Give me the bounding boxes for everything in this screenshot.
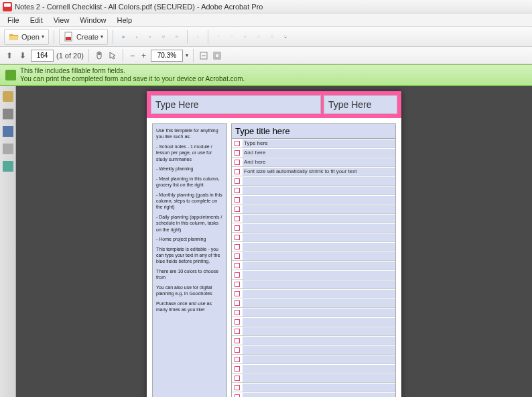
redo-icon[interactable] [226,32,237,42]
menu-edit[interactable]: Edit [25,15,48,25]
checkbox[interactable] [235,207,240,212]
zoom-out-icon[interactable]: − [128,51,137,60]
menu-help[interactable]: Help [112,15,137,25]
checkbox[interactable] [235,263,240,268]
open-button[interactable]: Open ▾ [4,29,49,45]
header-field-1[interactable]: Type Here [151,95,321,114]
checklist-text[interactable] [243,299,395,307]
thumbnails-icon[interactable] [3,109,13,119]
checklist-text[interactable] [243,215,395,223]
checklist-text[interactable] [243,280,395,288]
checkbox[interactable] [235,347,240,353]
checkbox[interactable] [235,225,240,231]
checkbox[interactable] [235,366,240,372]
checkbox[interactable] [235,235,240,240]
save-icon[interactable] [118,32,129,42]
checkbox[interactable] [235,329,240,334]
email-icon[interactable] [172,32,182,42]
checkbox[interactable] [235,319,240,325]
checkbox[interactable] [235,394,240,398]
page2-icon[interactable] [267,32,277,42]
checkbox[interactable] [235,357,240,362]
checkbox[interactable] [235,150,240,156]
signature-icon[interactable] [3,161,13,172]
checklist-text[interactable] [243,308,395,317]
hand-tool-icon[interactable] [94,50,105,61]
checklist-text[interactable] [243,393,395,398]
fit-page-icon[interactable] [212,50,222,61]
menu-window[interactable]: Window [75,15,111,25]
checklist-row [232,317,395,327]
checkbox[interactable] [235,160,240,165]
checkbox[interactable] [235,376,240,381]
page-down-icon[interactable]: ⬇ [17,51,28,60]
checklist-text[interactable] [243,318,395,326]
checkbox[interactable] [235,188,240,193]
checklist-text[interactable] [243,252,395,260]
checklist-text[interactable] [243,365,395,373]
checklist-text[interactable] [243,271,395,279]
dropdown-icon[interactable]: ▾ [186,52,188,58]
menu-file[interactable]: File [3,15,24,25]
checkbox[interactable] [235,244,240,249]
checklist-text[interactable] [243,196,395,204]
checklist-text[interactable] [243,346,395,354]
lock-icon[interactable] [3,91,13,102]
checklist-text[interactable] [243,355,395,363]
checkbox[interactable] [235,216,240,221]
page-number-input[interactable] [31,50,54,62]
checkbox[interactable] [235,310,240,315]
checkbox[interactable] [235,300,240,306]
undo-icon[interactable] [213,32,224,42]
checklist-text[interactable] [243,205,395,213]
checklist-text[interactable] [243,233,395,241]
pdf-icon[interactable] [280,32,291,42]
checklist-text[interactable]: And here [243,149,395,157]
checklist-text[interactable] [243,384,395,392]
zoom-in-icon[interactable]: + [139,51,148,60]
create-button[interactable]: Create ▾ [59,29,108,45]
app-logo-icon [3,2,12,11]
checklist-text[interactable] [243,243,395,251]
checklist-text[interactable] [243,327,395,335]
menu-view[interactable]: View [49,15,74,25]
gear-icon[interactable] [192,32,203,42]
checkbox[interactable] [235,338,240,343]
checklist-text[interactable]: Type here [243,139,395,148]
zoom-input[interactable] [151,50,183,62]
checkbox[interactable] [235,253,240,259]
cloud-icon[interactable] [131,32,142,42]
window-title: Notes 2 - Cornell Checklist - All Colors… [15,3,263,11]
checklist-text[interactable] [243,186,395,194]
checkbox[interactable] [235,178,240,184]
checkbox[interactable] [235,141,240,146]
header-field-2[interactable]: Type Here [324,95,397,114]
checkbox[interactable] [235,169,240,174]
checklist-title[interactable]: Type title here [232,124,395,139]
fit-width-icon[interactable] [198,50,209,61]
checklist-text[interactable]: Font size will automatically shrink to f… [243,168,395,176]
checklist-text[interactable] [243,337,395,345]
notes-column[interactable]: Use this template for anything you like … [152,123,227,397]
bookmark-icon[interactable] [3,126,13,137]
checklist-text[interactable]: And here [243,158,395,166]
share-icon[interactable] [158,32,169,42]
page-up-icon[interactable]: ⬆ [4,51,15,60]
checklist-text[interactable] [243,262,395,270]
checklist-text[interactable] [243,177,395,185]
document-canvas[interactable]: Type Here Type Here Use this template fo… [16,86,532,397]
select-tool-icon[interactable] [107,50,118,61]
copy-icon[interactable] [240,32,251,42]
checkbox[interactable] [235,282,240,287]
checkbox[interactable] [235,385,240,390]
checkbox[interactable] [235,291,240,296]
checklist-text[interactable] [243,290,395,298]
attachment-icon[interactable] [3,144,13,154]
checkbox[interactable] [235,197,240,203]
page-icon[interactable] [253,32,264,42]
checklist-text[interactable] [243,374,395,382]
checkbox[interactable] [235,272,240,278]
checklist-text[interactable] [243,224,395,232]
print-icon[interactable] [145,32,155,42]
checklist-row [232,214,395,223]
